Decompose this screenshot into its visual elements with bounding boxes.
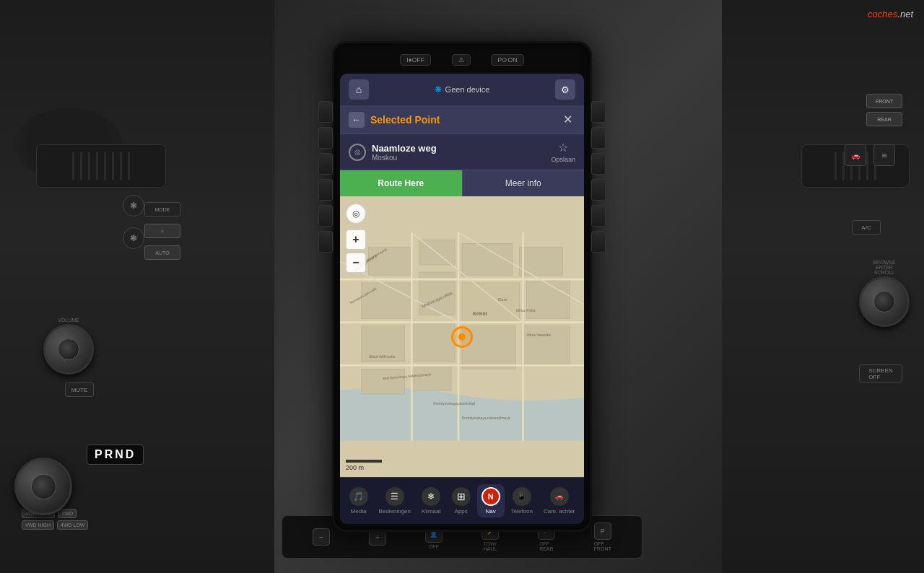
volume-label: VOLUME [43,318,94,323]
watermark-brand: coches [868,9,897,19]
right-knob-area: BROWSEENTERSCROLL [859,260,910,327]
zoom-out-button[interactable]: − [346,253,366,273]
scale-bar [346,460,382,463]
rear-btn[interactable]: REAR [866,112,902,126]
save-label: Opslaan [551,156,575,163]
mode-label: MODE [155,207,170,212]
nav-klimaat[interactable]: ❄ Klimaat [417,484,445,517]
map-scale: 200 m [346,460,382,471]
p-off-front-btn[interactable]: P OFFFRONT [594,522,611,551]
nav-apps[interactable]: ⊞ Apps [448,484,475,517]
prnd-text: PRND [87,445,144,465]
nav-cam[interactable]: 🚗 Cam. achter [539,484,580,517]
pin-circle [451,326,473,348]
nav-media[interactable]: 🎵 Media [345,484,372,517]
right-dashboard: FRONT REAR A/C BROWSEENTERSCROLL SCREENO… [722,0,924,573]
side-btn-left-3[interactable] [318,153,333,175]
bluetooth-icon: ❋ [435,84,442,95]
screen-off-label: SCREENOFF [868,367,892,380]
nav-icon: N [481,487,500,506]
side-btn-right-2[interactable] [591,127,606,149]
side-btn-left-6[interactable] [318,231,333,253]
svg-text:Kremlyovskaya ploshchad: Kremlyovskaya ploshchad [433,402,475,406]
mode-button[interactable]: MODE [144,202,180,216]
bluetooth-text: Geen device [445,85,490,94]
meer-info-button[interactable]: Meer info [462,170,585,196]
action-buttons: Route Here Meer info [340,170,584,196]
side-btn-left-1[interactable] [318,101,333,123]
side-btn-left-5[interactable] [318,205,333,227]
pin-inner [458,333,466,341]
scale-label: 200 m [346,464,364,471]
svg-text:Ulitsa Il-inka: Ulitsa Il-inka [516,309,536,312]
side-btn-right-5[interactable] [591,205,606,227]
defroster-btn[interactable]: ≋ [873,144,895,166]
zoom-in-button[interactable]: + [346,229,366,250]
side-btn-right-3[interactable] [591,153,606,175]
home-button[interactable]: ⌂ [349,79,369,100]
close-button[interactable]: ✕ [559,112,575,128]
nav-nav[interactable]: N Nav [477,484,505,517]
side-btn-right-4[interactable] [591,179,606,201]
bedieningen-icon: ☰ [385,487,404,506]
cam-label: Cam. achter [544,508,575,515]
svg-rect-12 [523,326,570,366]
route-here-button[interactable]: Route Here [340,170,462,196]
right-main-knob[interactable] [859,276,910,327]
svg-text:Kremlyovskaya naberezhnaya: Kremlyovskaya naberezhnaya [462,416,510,420]
vol-minus-btn[interactable]: − [313,528,330,546]
vehicle-btn[interactable]: 🚗 [845,144,866,166]
4wd-high[interactable]: 4WD HIGH [22,520,54,530]
watermark: coches.net [868,9,913,19]
bezel-side-buttons-right [591,101,606,253]
side-btn-right-6[interactable] [591,231,606,253]
selected-point-bar: ← Selected Point ✕ [340,105,584,134]
my-location-button[interactable]: ◎ [346,204,366,224]
bezel-btn-right[interactable]: P⊙ON [491,54,524,66]
screen-off-btn[interactable]: SCREENOFF [859,364,902,382]
bluetooth-status: ❋ Geen device [435,84,490,95]
screen-bezel: I♦OFF ⚠ P⊙ON ⌂ ❋ [332,41,592,532]
telefoon-icon: 📱 [513,487,531,506]
fan-button-2[interactable]: ❃ [123,227,144,249]
tow-label: TOW/HAUL [484,541,497,551]
side-btn-left-4[interactable] [318,179,333,201]
city-name: Moskou [372,154,437,162]
volume-knob[interactable] [43,324,94,375]
bezel-btn-left[interactable]: I♦OFF [400,54,431,66]
svg-text:Kreml: Kreml [473,311,487,316]
klimaat-icon: ❄ [422,487,440,506]
screen-header: ⌂ ❋ Geen device ⚙ [340,74,584,105]
location-icon: ◎ [349,144,366,161]
media-label: Media [351,508,367,515]
mute-button[interactable]: MUTE [65,382,94,397]
apps-label: Apps [455,508,468,515]
person-label: OFF [429,544,439,549]
svg-rect-7 [462,283,520,323]
rotary-dial[interactable] [14,458,72,515]
cam-icon: 🚗 [550,487,569,506]
nav-bedieningen[interactable]: ☰ Bedieningen [375,484,415,517]
selected-point-title: Selected Point [370,114,559,126]
back-button[interactable]: ← [349,112,365,128]
bedieningen-label: Bedieningen [379,508,411,515]
save-button[interactable]: ☆ Opslaan [551,141,575,163]
nav-telefoon[interactable]: 📱 Telefoon [507,484,537,517]
settings-button[interactable]: ⚙ [555,79,575,100]
fan-button[interactable]: ❃ [123,195,144,216]
front-btn[interactable]: FRONT [866,94,902,108]
small-ctrl-2[interactable]: AUTO [144,245,180,260]
nav-label: Nav [486,508,496,515]
svg-rect-10 [411,323,455,362]
small-ctrl-1[interactable]: × [144,224,180,238]
settings-icon: ⚙ [561,84,570,95]
map-area[interactable]: Bryusov pereulok Gazetnyy pereulok Roman… [340,196,584,477]
side-btn-left-2[interactable] [318,127,333,149]
side-btn-right-1[interactable] [591,101,606,123]
home-icon: ⌂ [356,84,362,95]
bezel-btn-center[interactable]: ⚠ [452,54,471,66]
4wd-low[interactable]: 4WD LOW [57,520,88,530]
gear-indicator: PRND [87,445,144,465]
ac-button[interactable]: A/C [852,220,881,235]
browse-label: BROWSEENTERSCROLL [859,260,910,275]
